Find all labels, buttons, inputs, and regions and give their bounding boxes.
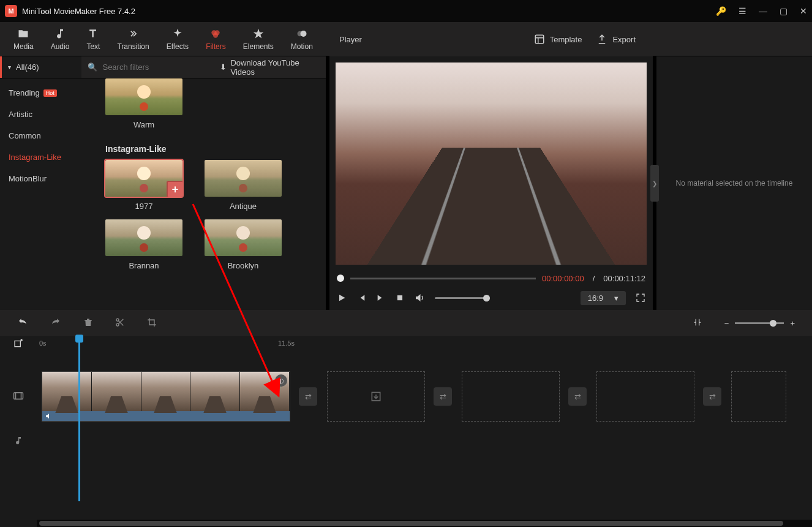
svg-point-7: [116, 319, 119, 321]
template-button[interactable]: Template: [527, 34, 590, 45]
volume-icon: [45, 412, 52, 420]
next-frame-button[interactable]: [376, 293, 386, 303]
delete-button[interactable]: [83, 317, 93, 329]
filter-grid[interactable]: Warm Instagram-Like + 1977 Antique: [88, 78, 326, 310]
volume-icon: [414, 292, 425, 303]
template-icon: [534, 34, 545, 45]
filter-antique-thumb[interactable]: [205, 160, 282, 197]
svg-point-4: [297, 31, 302, 36]
svg-point-2: [213, 32, 218, 37]
tab-effects[interactable]: Effects: [158, 22, 197, 56]
filters-library-panel: ▾ All(46) 🔍 ⬇ Download YouTube Videos Tr…: [0, 56, 326, 310]
volume-button[interactable]: [414, 292, 425, 303]
total-time: 00:00:11:12: [603, 274, 645, 283]
volume-slider[interactable]: [435, 297, 490, 299]
player-title: Player: [339, 35, 527, 44]
play-icon: [337, 293, 347, 303]
fit-timeline-button[interactable]: [693, 317, 702, 329]
transition-slot[interactable]: ⇄: [703, 387, 721, 406]
empty-clip-slot[interactable]: [327, 371, 425, 422]
empty-clip-slot[interactable]: [731, 371, 786, 422]
elements-icon: [252, 28, 265, 40]
video-track-icon: [13, 390, 24, 403]
tab-filters[interactable]: Filters: [197, 22, 235, 56]
svg-rect-5: [535, 35, 544, 44]
video-preview[interactable]: [336, 63, 647, 265]
chevron-down-icon: ▾: [614, 294, 618, 303]
empty-clip-slot[interactable]: [462, 371, 560, 422]
tab-transition[interactable]: Transition: [108, 22, 157, 56]
app-title: MiniTool MovieMaker Free 7.4.2: [22, 7, 716, 16]
tab-media[interactable]: Media: [5, 22, 42, 56]
collapse-panel-button[interactable]: ❯: [650, 165, 659, 202]
app-icon: M: [5, 5, 17, 17]
undo-button[interactable]: [17, 317, 28, 330]
export-icon: [596, 34, 607, 45]
category-trending[interactable]: Trending Hot: [0, 82, 88, 104]
crop-icon: [147, 317, 157, 327]
redo-button[interactable]: [50, 317, 61, 330]
export-button[interactable]: Export: [589, 34, 643, 45]
zoom-in-button[interactable]: +: [790, 319, 795, 328]
category-artistic[interactable]: Artistic: [0, 104, 88, 125]
close-icon[interactable]: ✕: [800, 6, 807, 16]
filters-icon: [209, 28, 222, 40]
tab-audio[interactable]: Audio: [42, 22, 78, 56]
zoom-out-button[interactable]: −: [724, 319, 729, 328]
transition-slot[interactable]: ⇄: [434, 387, 452, 406]
crop-button[interactable]: [147, 317, 157, 329]
filter-brannan-thumb[interactable]: [105, 219, 182, 256]
filter-label: Warm: [105, 115, 182, 138]
clip-filter-indicator[interactable]: ◐: [275, 374, 287, 387]
motion-icon: [296, 28, 308, 40]
search-input[interactable]: [102, 63, 205, 72]
tab-text[interactable]: Text: [78, 22, 108, 56]
fullscreen-button[interactable]: [636, 293, 645, 303]
audio-track-icon: [13, 436, 23, 447]
category-motionblur[interactable]: MotionBlur: [0, 168, 88, 189]
category-instagram-like[interactable]: Instagram-Like: [0, 146, 88, 168]
minimize-icon[interactable]: —: [759, 6, 767, 16]
aspect-ratio-select[interactable]: 16:9 ▾: [581, 291, 626, 305]
zoom-slider[interactable]: [735, 322, 784, 324]
svg-rect-6: [397, 295, 402, 300]
hot-badge: Hot: [43, 89, 57, 97]
skip-back-icon: [356, 293, 366, 303]
text-icon: [87, 28, 99, 40]
title-bar: M MiniTool MovieMaker Free 7.4.2 🔑 ☰ — ▢…: [0, 0, 812, 22]
download-youtube-button[interactable]: ⬇ Download YouTube Videos: [211, 58, 326, 77]
empty-clip-slot[interactable]: [596, 371, 694, 422]
svg-rect-9: [15, 341, 20, 346]
import-icon: [370, 390, 382, 403]
filter-1977-thumb[interactable]: +: [105, 160, 182, 197]
audio-track: [0, 423, 812, 460]
add-filter-button[interactable]: +: [167, 181, 182, 197]
category-common[interactable]: Common: [0, 125, 88, 146]
key-icon[interactable]: 🔑: [716, 6, 726, 16]
scrubber-handle[interactable]: [337, 275, 344, 282]
tab-elements[interactable]: Elements: [235, 22, 282, 56]
player-panel: Player Template Export 00:00:00:00 / 00:…: [329, 56, 653, 310]
transition-icon: [127, 28, 140, 40]
timeline-ruler[interactable]: 0s 11.5s: [0, 336, 812, 353]
play-button[interactable]: [337, 293, 347, 303]
filter-brooklyn-thumb[interactable]: [205, 219, 282, 256]
undo-icon: [17, 317, 28, 328]
playhead[interactable]: [78, 336, 80, 501]
split-button[interactable]: [115, 317, 125, 329]
timeline-area: − + 0s 11.5s ◐ ⇄: [0, 310, 812, 527]
category-all[interactable]: ▾ All(46): [0, 56, 81, 78]
download-icon: ⬇: [220, 63, 227, 72]
hamburger-menu-icon[interactable]: ☰: [739, 6, 746, 16]
maximize-icon[interactable]: ▢: [780, 6, 788, 16]
transition-slot[interactable]: ⇄: [568, 387, 587, 406]
tab-motion[interactable]: Motion: [282, 22, 321, 56]
timeline-h-scrollbar[interactable]: [37, 520, 812, 527]
add-track-button[interactable]: [13, 339, 23, 351]
scrubber-track[interactable]: [350, 278, 536, 279]
transition-slot[interactable]: ⇄: [299, 387, 317, 406]
music-note-icon: [54, 28, 66, 40]
filter-warm-thumb[interactable]: [105, 78, 182, 115]
prev-frame-button[interactable]: [356, 293, 366, 303]
stop-button[interactable]: [396, 294, 404, 302]
